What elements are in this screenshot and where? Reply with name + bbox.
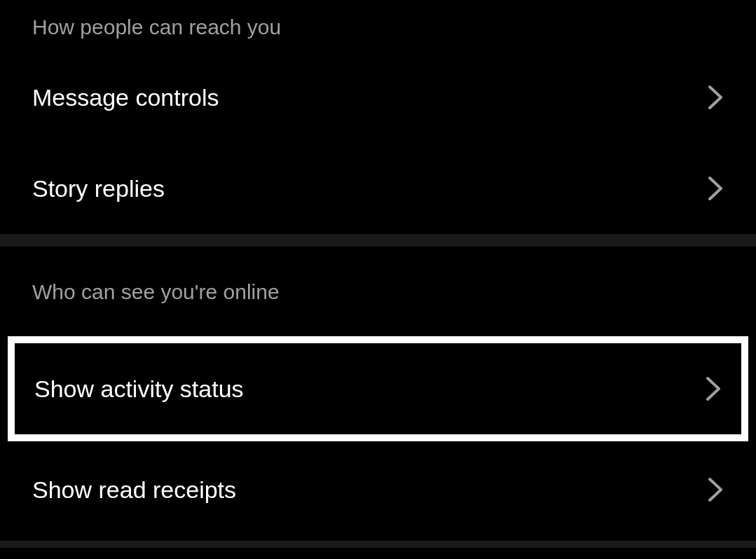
menu-item-label: Show activity status	[34, 375, 244, 403]
chevron-right-icon	[707, 84, 724, 111]
section-divider	[0, 234, 756, 247]
menu-item-message-controls[interactable]: Message controls	[0, 52, 756, 143]
section-header-online: Who can see you're online	[0, 247, 756, 317]
menu-item-activity-status[interactable]: Show activity status	[15, 343, 741, 434]
menu-item-read-receipts[interactable]: Show read receipts	[0, 444, 756, 535]
menu-item-story-replies[interactable]: Story replies	[0, 143, 756, 234]
menu-item-label: Message controls	[32, 84, 219, 111]
section-divider	[0, 541, 756, 548]
section-header-reach: How people can reach you	[0, 0, 756, 52]
chevron-right-icon	[705, 375, 722, 402]
highlighted-item-wrapper: Show activity status	[8, 336, 748, 441]
section-how-people-reach-you: How people can reach you Message control…	[0, 0, 756, 234]
chevron-right-icon	[707, 476, 724, 503]
menu-item-label: Story replies	[32, 175, 165, 202]
menu-item-label: Show read receipts	[32, 476, 236, 504]
section-who-can-see-online: Who can see you're online Show activity …	[0, 247, 756, 535]
chevron-right-icon	[707, 175, 724, 202]
